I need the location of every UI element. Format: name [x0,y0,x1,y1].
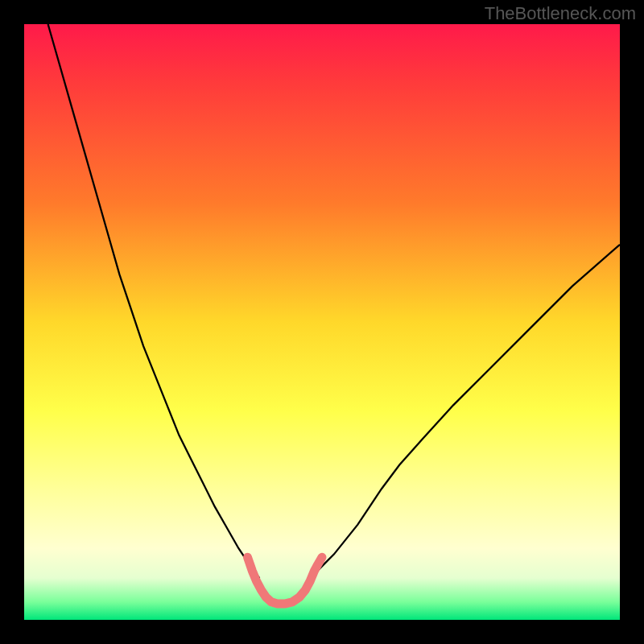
bottleneck-chart [0,0,644,644]
watermark-text: TheBottleneck.com [485,3,636,24]
chart-background-gradient [24,24,620,620]
